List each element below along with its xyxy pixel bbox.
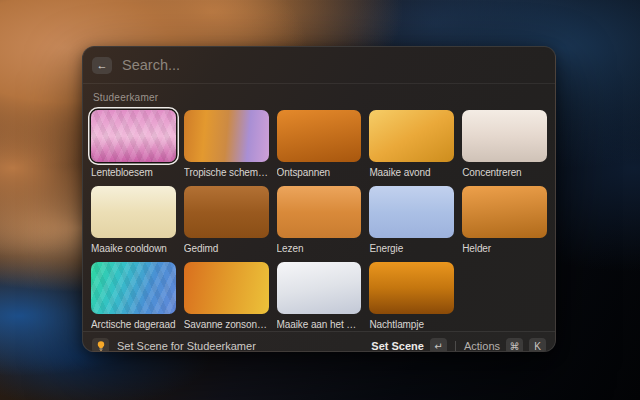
search-bar: ← (83, 47, 555, 84)
scene-label: Arctische dageraad (91, 318, 176, 331)
launcher-window: ← Studeerkamer LentebloesemTropische sch… (82, 46, 556, 352)
scene-label: Maaike avond (369, 166, 454, 179)
scene-cell: Maaike avond (369, 110, 454, 179)
scene-label: Gedimd (184, 242, 269, 255)
status-bar: Set Scene for Studeerkamer Set Scene ↵ A… (83, 331, 555, 352)
search-input[interactable] (122, 57, 546, 73)
status-divider (455, 341, 456, 352)
scene-cell: Maaike cooldown (91, 186, 176, 255)
arrow-left-icon: ← (97, 60, 108, 71)
scene-label: Maaike cooldown (91, 242, 176, 255)
scene-swatch-nachtlampje[interactable] (369, 262, 454, 314)
actions-button[interactable]: Actions (464, 340, 500, 352)
scene-cell: Ontspannen (277, 110, 362, 179)
back-button[interactable]: ← (92, 57, 112, 74)
lightbulb-icon (92, 338, 109, 353)
scene-label: Tropische schemering (184, 166, 269, 179)
scene-swatch-concentreren[interactable] (462, 110, 547, 162)
scene-swatch-helder[interactable] (462, 186, 547, 238)
scene-grid: LentebloesemTropische schemeringOntspann… (91, 110, 547, 331)
scene-cell: Concentreren (462, 110, 547, 179)
k-keycap: K (529, 338, 546, 352)
scene-swatch-maaike-aan-het-werk[interactable] (277, 262, 362, 314)
scene-cell: Lentebloesem (91, 110, 176, 179)
scene-label: Energie (369, 242, 454, 255)
scene-cell: Tropische schemering (184, 110, 269, 179)
section-title: Studeerkamer (93, 92, 545, 103)
scene-swatch-maaike-cooldown[interactable] (91, 186, 176, 238)
scene-label: Concentreren (462, 166, 547, 179)
scene-label: Lentebloesem (91, 166, 176, 179)
scene-label: Ontspannen (277, 166, 362, 179)
scene-label: Helder (462, 242, 547, 255)
scene-label: Maaike aan het werk (277, 318, 362, 331)
scene-swatch-lentebloesem[interactable] (91, 110, 176, 162)
scene-cell: Gedimd (184, 186, 269, 255)
scene-swatch-savanne-zonsondergang[interactable] (184, 262, 269, 314)
scene-swatch-gedimd[interactable] (184, 186, 269, 238)
scene-cell: Nachtlampje (369, 262, 454, 331)
scene-label: Savanne zonsondergang (184, 318, 269, 331)
scene-cell: Helder (462, 186, 547, 255)
scene-swatch-maaike-avond[interactable] (369, 110, 454, 162)
scene-swatch-lezen[interactable] (277, 186, 362, 238)
scene-swatch-energie[interactable] (369, 186, 454, 238)
scene-cell: Savanne zonsondergang (184, 262, 269, 331)
scene-swatch-arctische-dageraad[interactable] (91, 262, 176, 314)
scene-cell: Maaike aan het werk (277, 262, 362, 331)
scene-label: Lezen (277, 242, 362, 255)
scene-cell: Energie (369, 186, 454, 255)
desktop-wallpaper: ← Studeerkamer LentebloesemTropische sch… (0, 0, 640, 400)
scene-cell: Lezen (277, 186, 362, 255)
cmd-keycap: ⌘ (506, 338, 523, 352)
status-actions: Set Scene ↵ Actions ⌘ K (371, 338, 546, 352)
scene-swatch-tropische-schemering[interactable] (184, 110, 269, 162)
set-scene-action[interactable]: Set Scene (371, 340, 424, 352)
scene-cell: Arctische dageraad (91, 262, 176, 331)
status-text: Set Scene for Studeerkamer (117, 340, 256, 352)
enter-keycap: ↵ (430, 338, 447, 352)
scene-swatch-ontspannen[interactable] (277, 110, 362, 162)
scene-label: Nachtlampje (369, 318, 454, 331)
